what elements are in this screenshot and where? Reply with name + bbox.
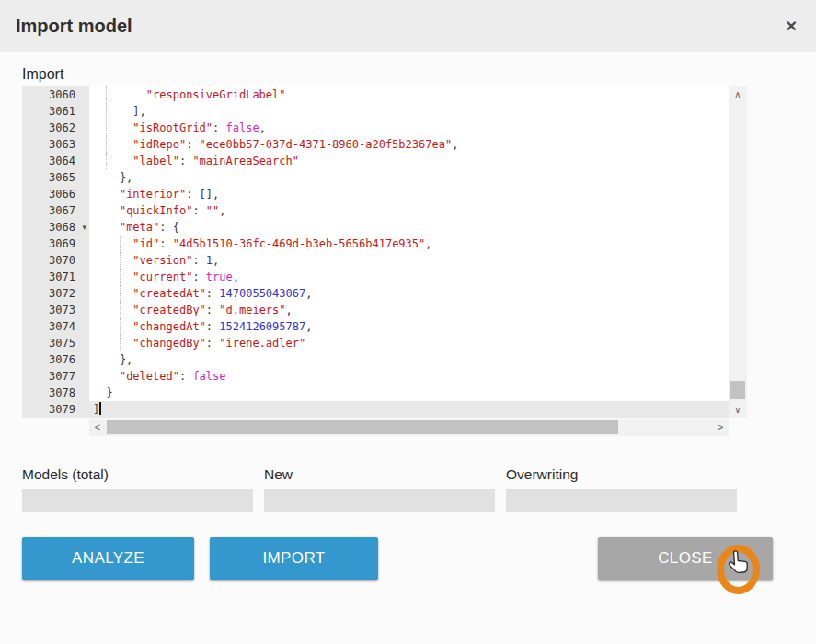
text-caret <box>99 402 101 415</box>
line-number: 3064 <box>22 153 89 169</box>
new-input[interactable] <box>264 489 495 512</box>
line-number: 3068▾ <box>22 219 89 236</box>
line-number: 3079 <box>22 401 89 418</box>
field-new: New <box>264 466 495 512</box>
line-number: 3077 <box>22 368 89 385</box>
code-line[interactable]: "quickInfo": "", <box>89 202 729 219</box>
scroll-left-icon[interactable]: < <box>89 419 106 436</box>
vertical-scroll-track[interactable] <box>729 102 747 402</box>
indent-guide <box>120 252 121 269</box>
horizontal-scroll-thumb[interactable] <box>107 420 618 434</box>
code-line[interactable]: "createdAt": 1470055043067, <box>89 285 729 302</box>
json-code-editor[interactable]: 306030613062306330643065306630673068▾306… <box>22 86 747 436</box>
vertical-scrollbar[interactable]: ∧ ∨ <box>729 86 747 418</box>
indent-guide <box>120 318 121 335</box>
fold-arrow-icon[interactable]: ▾ <box>82 219 86 236</box>
dialog-actions: ANALYZE IMPORT CLOSE <box>22 537 794 580</box>
field-models-total: Models (total) <box>22 466 253 512</box>
indent-guide <box>120 335 121 351</box>
indent-guide <box>106 153 107 169</box>
scroll-up-icon[interactable]: ∧ <box>729 86 747 102</box>
line-number: 3066 <box>22 186 89 202</box>
dialog-title: Import model <box>16 16 786 37</box>
indent-guide <box>106 86 107 103</box>
code-line[interactable]: "idRepo": "ece0bb57-037d-4371-8960-a20f5… <box>89 136 729 153</box>
code-line[interactable]: "version": 1, <box>89 252 729 269</box>
code-line[interactable]: "responsiveGridLabel" <box>89 86 729 103</box>
dialog-header: Import model ✕ <box>0 0 816 52</box>
code-line[interactable]: }, <box>89 169 729 186</box>
summary-fields-row: Models (total) New Overwriting <box>22 466 794 512</box>
line-number: 3065 <box>22 169 89 186</box>
line-number: 3073 <box>22 302 89 318</box>
line-number: 3075 <box>22 335 89 351</box>
code-line[interactable]: } <box>89 385 729 401</box>
overwriting-label: Overwriting <box>506 466 737 486</box>
models-total-label: Models (total) <box>22 466 253 486</box>
code-line[interactable]: "isRootGrid": false, <box>89 120 729 136</box>
line-number: 3069 <box>22 236 89 252</box>
line-number: 3063 <box>22 136 89 153</box>
editor-code-area[interactable]: "responsiveGridLabel" ], "isRootGrid": f… <box>89 86 729 418</box>
code-line[interactable]: "label": "mainAreaSearch" <box>89 153 729 169</box>
dialog-body: Import 306030613062306330643065306630673… <box>0 64 816 580</box>
scroll-down-icon[interactable]: ∨ <box>729 402 747 418</box>
line-number: 3072 <box>22 285 89 302</box>
code-line[interactable]: "interior": [], <box>89 186 729 202</box>
horizontal-scroll-track[interactable] <box>106 419 712 436</box>
line-number: 3060 <box>22 86 89 103</box>
editor-gutter: 306030613062306330643065306630673068▾306… <box>22 86 89 418</box>
overwriting-input[interactable] <box>506 489 737 512</box>
line-number: 3067 <box>22 202 89 219</box>
line-number: 3062 <box>22 120 89 136</box>
hand-cursor-icon <box>725 548 753 580</box>
models-total-input[interactable] <box>22 489 253 512</box>
line-number: 3078 <box>22 385 89 401</box>
indent-guide <box>120 302 121 318</box>
indent-guide <box>106 103 107 120</box>
code-line[interactable]: "deleted": false <box>89 368 729 385</box>
code-lines: "responsiveGridLabel" ], "isRootGrid": f… <box>89 86 729 418</box>
line-number: 3071 <box>22 269 89 285</box>
import-button[interactable]: IMPORT <box>210 537 378 580</box>
indent-guide <box>106 136 107 153</box>
close-icon[interactable]: ✕ <box>786 19 798 34</box>
indent-guide <box>120 285 121 302</box>
code-line[interactable]: "createdBy": "d.meiers", <box>89 302 729 318</box>
code-line[interactable]: ], <box>89 103 729 120</box>
line-number: 3070 <box>22 252 89 269</box>
code-line[interactable]: "id": "4d5b1510-36fc-469d-b3eb-5656b417e… <box>89 236 729 252</box>
line-number: 3074 <box>22 318 89 335</box>
import-editor-label: Import <box>22 64 794 85</box>
code-line[interactable]: ] <box>89 401 729 418</box>
indent-guide <box>120 236 121 252</box>
indent-guide <box>120 269 121 285</box>
analyze-button[interactable]: ANALYZE <box>22 537 194 580</box>
horizontal-scrollbar[interactable]: < > <box>89 419 729 436</box>
line-number: 3061 <box>22 103 89 120</box>
code-line[interactable]: "meta": { <box>89 219 729 236</box>
code-line[interactable]: "changedAt": 1524126095787, <box>89 318 729 335</box>
code-line[interactable]: "current": true, <box>89 269 729 285</box>
indent-guide <box>106 120 107 136</box>
line-number: 3076 <box>22 351 89 368</box>
code-line[interactable]: "changedBy": "irene.adler" <box>89 335 729 351</box>
scroll-right-icon[interactable]: > <box>712 419 729 436</box>
code-line[interactable]: }, <box>89 351 729 368</box>
vertical-scroll-thumb[interactable] <box>730 381 745 399</box>
import-model-dialog: Import model ✕ Import 306030613062306330… <box>0 0 816 644</box>
field-overwriting: Overwriting <box>506 466 737 512</box>
new-label: New <box>264 466 495 486</box>
